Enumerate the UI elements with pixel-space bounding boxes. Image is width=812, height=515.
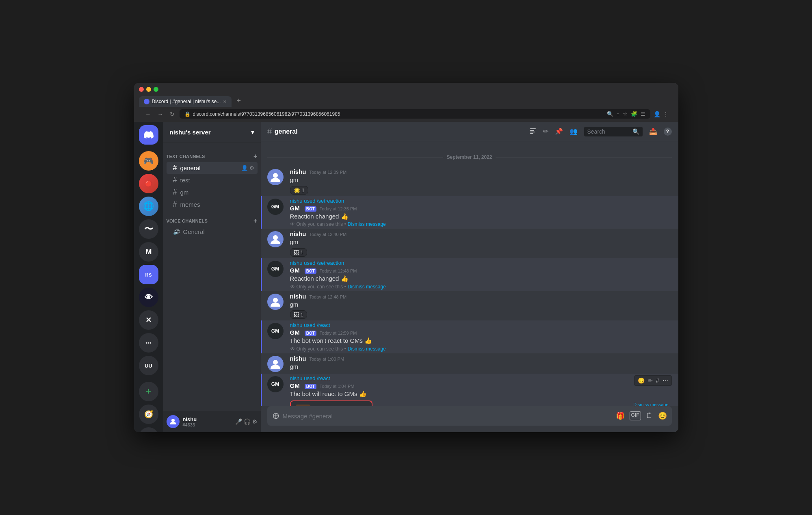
hash-icon: #: [173, 164, 177, 172]
voice-channel-name: General: [183, 228, 205, 235]
server-icon-explore[interactable]: 🧭: [139, 405, 158, 424]
server-icon-discord[interactable]: [139, 125, 158, 145]
settings-icon[interactable]: ⚙: [249, 165, 254, 171]
category-voice-channels[interactable]: VOICE CHANNELS +: [163, 211, 261, 226]
message-author: nishu: [290, 230, 306, 237]
members-icon[interactable]: 👥: [569, 128, 578, 135]
tab-favicon: [144, 99, 149, 104]
svg-rect-1: [530, 128, 536, 129]
minimize-button[interactable]: [146, 87, 151, 92]
ephemeral-note: 👁 Only you can see this • Dismiss messag…: [290, 346, 672, 352]
search-box[interactable]: Search 🔍: [584, 127, 643, 136]
message-content: nishu used /react GM BOT Today at 1:04 P…: [290, 375, 672, 406]
bot-tag: BOT: [305, 384, 316, 389]
message-header: nishu Today at 12:09 PM: [290, 168, 672, 175]
add-channel-icon[interactable]: +: [253, 153, 258, 160]
server-icon-M[interactable]: M: [139, 242, 158, 262]
server-icon-ns[interactable]: ns: [139, 265, 158, 284]
server-icon-dots[interactable]: •••: [139, 333, 158, 353]
browser-action-icons: 👤 ⋮: [654, 111, 669, 117]
bot-message-header: GM BOT Today at 1:04 PM: [290, 382, 672, 389]
message-text: Reaction changed 👍: [290, 275, 672, 283]
share-icon: ↑: [617, 111, 619, 117]
reaction[interactable]: 🌟 1: [290, 186, 308, 195]
emoji-icon[interactable]: 😊: [658, 411, 667, 420]
date-text: September 11, 2022: [446, 154, 492, 160]
bot-avatar: GM: [267, 323, 284, 339]
date-line-left: [267, 157, 444, 158]
url-text: discord.com/channels/977031396856061982/…: [193, 111, 340, 117]
server-icon-add[interactable]: +: [139, 382, 158, 401]
edit-message-icon[interactable]: ✏: [648, 377, 653, 384]
bot-tag: BOT: [305, 206, 316, 212]
server-icon-4[interactable]: 〜: [139, 219, 158, 239]
extension-icon: 🧩: [631, 111, 637, 117]
maximize-button[interactable]: [154, 87, 158, 92]
inbox-icon[interactable]: 📥: [649, 128, 657, 135]
message-group: GM nishu used /react GM BOT Today at 1:0…: [261, 374, 678, 406]
address-bar-row: ← → ↻ 🔒 discord.com/channels/97703139685…: [139, 107, 673, 122]
message-group: GM nishu used /setreaction GM BOT Today …: [261, 196, 678, 229]
message-input[interactable]: [283, 408, 613, 424]
category-text-channels[interactable]: TEXT CHANNELS +: [163, 146, 261, 162]
close-button[interactable]: [139, 87, 144, 92]
message-time: Today at 12:35 PM: [320, 206, 357, 211]
add-content-button[interactable]: ⊕: [272, 406, 279, 426]
channel-item-test[interactable]: # test: [167, 174, 258, 186]
deafen-icon[interactable]: 🎧: [244, 418, 251, 425]
server-icon-download[interactable]: ⬇: [139, 427, 158, 432]
server-icon-x[interactable]: ✕: [139, 310, 158, 330]
bot-message-header: GM BOT Today at 12:48 PM: [290, 267, 672, 274]
dismiss-link[interactable]: Dismiss message: [348, 346, 386, 352]
channel-item-gm[interactable]: # gm: [167, 186, 258, 198]
server-header[interactable]: nishu's server ▾: [163, 122, 261, 143]
message-group: nishu Today at 12:48 PM gm 🖼 1: [261, 291, 678, 321]
sticker-icon[interactable]: 🗒: [646, 411, 653, 420]
server-icon-uv[interactable]: UU: [139, 356, 158, 375]
slash-command: nishu used /react: [290, 375, 330, 381]
gif-icon[interactable]: GIF: [630, 411, 641, 420]
threads-icon[interactable]: [529, 127, 537, 136]
user-settings-icon[interactable]: ⚙: [252, 418, 258, 425]
dismiss-highlight-link[interactable]: Dismiss message: [633, 402, 668, 406]
message-header: nishu used /setreaction: [290, 198, 672, 204]
user-plus-icon[interactable]: 👤: [241, 165, 248, 171]
message-text: The bot won't react to GMs 👍: [290, 337, 672, 345]
avatar: [267, 294, 284, 310]
channel-item-general[interactable]: # general 👤 ⚙: [167, 162, 258, 174]
dismiss-link[interactable]: Dismiss message: [348, 221, 386, 227]
channel-item-memes[interactable]: # memes: [167, 199, 258, 210]
add-voice-icon[interactable]: +: [253, 217, 258, 225]
reaction[interactable]: 🖼 1: [290, 310, 307, 319]
edit-icon[interactable]: ✏: [543, 128, 548, 135]
thread-icon[interactable]: #: [656, 377, 659, 384]
channel-item-voice-general[interactable]: 🔊 General: [167, 227, 258, 237]
messages-area[interactable]: September 11, 2022 nishu Today at 12:09 …: [261, 141, 678, 406]
server-icon-3[interactable]: 🌐: [139, 197, 158, 216]
mute-icon[interactable]: 🎤: [235, 418, 242, 425]
reload-button[interactable]: ↻: [168, 110, 176, 118]
message-time: Today at 12:48 PM: [310, 294, 347, 299]
message-content: nishu Today at 1:00 PM gm: [290, 355, 672, 372]
browser-tab-active[interactable]: Discord | #general | nishu's se... ✕: [139, 96, 232, 107]
server-list: 🎮 🔴 🌐 〜 M ns 👁 ✕ ••• UU + 🧭 ⬇: [134, 122, 163, 432]
pin-icon[interactable]: 📌: [555, 128, 563, 135]
more-options-icon[interactable]: ⋯: [663, 377, 668, 384]
new-tab-button[interactable]: +: [233, 95, 244, 107]
server-icon-1[interactable]: 🎮: [139, 151, 158, 171]
more-icon[interactable]: ⋮: [663, 111, 669, 117]
forward-button[interactable]: →: [156, 110, 165, 118]
help-icon[interactable]: ?: [664, 128, 672, 136]
back-button[interactable]: ←: [144, 110, 153, 118]
profile-icon[interactable]: 👤: [654, 111, 660, 117]
message-time: Today at 12:48 PM: [320, 268, 357, 273]
message-author: GM: [290, 267, 300, 274]
reaction[interactable]: 🖼 1: [290, 248, 307, 257]
gift-icon[interactable]: 🎁: [616, 411, 625, 420]
server-icon-eye[interactable]: 👁: [139, 288, 158, 307]
address-bar[interactable]: 🔒 discord.com/channels/97703139685606198…: [180, 109, 650, 119]
tab-close-button[interactable]: ✕: [223, 99, 227, 104]
dismiss-link[interactable]: Dismiss message: [348, 284, 386, 290]
emoji-react-icon[interactable]: 😊: [638, 377, 645, 384]
server-icon-2[interactable]: 🔴: [139, 174, 158, 193]
